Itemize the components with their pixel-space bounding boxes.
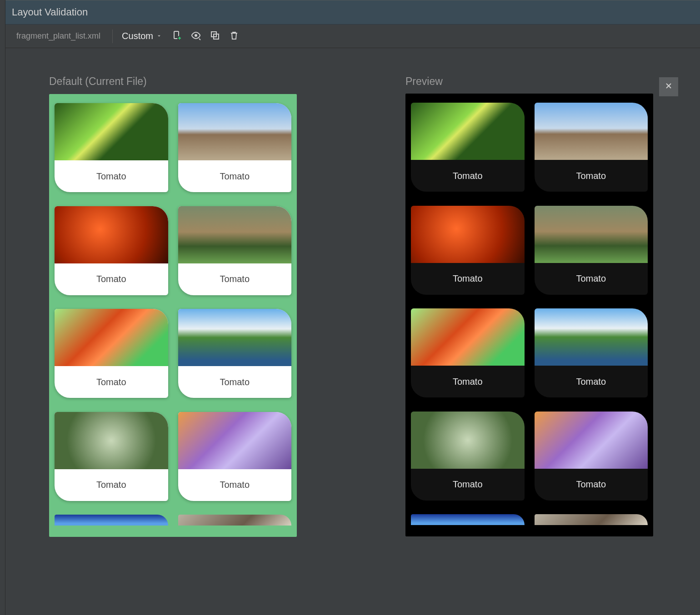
plant-image (178, 515, 292, 526)
plant-card[interactable]: Tomato (55, 103, 168, 192)
plant-label: Tomato (55, 366, 168, 398)
plant-card[interactable]: Tomato (55, 206, 168, 295)
plant-card-partial[interactable] (178, 515, 292, 526)
preview-close-button[interactable] (659, 77, 678, 96)
config-dropdown-label: Custom (122, 31, 153, 41)
left-gutter (0, 0, 5, 615)
title-bar: Layout Validation (5, 0, 700, 25)
default-device-frame[interactable]: Tomato Tomato Tomato Tomato (49, 94, 297, 537)
plant-card-partial[interactable] (535, 514, 648, 525)
plant-image (411, 206, 525, 263)
plant-card-partial[interactable] (55, 515, 168, 526)
plant-card[interactable]: Tomato (411, 412, 525, 501)
toolbar: fragment_plant_list.xml Custom (5, 25, 700, 48)
plant-image (178, 103, 292, 160)
toolbar-divider (112, 30, 113, 43)
close-icon (664, 81, 673, 92)
visibility-button[interactable] (188, 28, 204, 45)
plant-card[interactable]: Tomato (411, 206, 525, 295)
config-dropdown[interactable]: Custom (118, 29, 166, 43)
plant-label: Tomato (55, 469, 168, 501)
plant-label: Tomato (411, 366, 525, 397)
plant-card[interactable]: Tomato (535, 103, 648, 192)
preview-panel-header: Preview (405, 75, 678, 88)
plant-card[interactable]: Tomato (411, 308, 525, 397)
preview-panel: Preview Tomato Tomato (405, 75, 678, 536)
plant-label: Tomato (55, 160, 168, 192)
plant-card[interactable]: Tomato (178, 206, 292, 295)
plant-card[interactable]: Tomato (535, 206, 648, 295)
plant-card-partial[interactable] (411, 514, 525, 525)
plant-image (411, 412, 525, 469)
window-title: Layout Validation (12, 6, 88, 18)
plant-card[interactable]: Tomato (55, 309, 168, 398)
plant-image (55, 412, 168, 469)
plant-card[interactable]: Tomato (178, 412, 292, 501)
preview-device-frame[interactable]: Tomato Tomato Tomato Tomato (405, 94, 653, 536)
plant-image (178, 309, 292, 366)
plant-card[interactable]: Tomato (535, 308, 648, 397)
plant-image (178, 206, 292, 263)
add-device-button[interactable] (169, 28, 185, 45)
plant-label: Tomato (411, 469, 525, 501)
plant-label: Tomato (411, 160, 525, 192)
plant-image (535, 412, 648, 469)
plant-image (55, 103, 168, 160)
plant-label: Tomato (535, 160, 648, 192)
plant-image (535, 514, 648, 525)
file-name-label: fragment_plant_list.xml (16, 31, 100, 40)
plant-image (535, 206, 648, 263)
file-tab[interactable]: fragment_plant_list.xml (10, 28, 107, 45)
plant-image (411, 103, 525, 160)
overlap-squares-icon (210, 30, 220, 43)
plant-label: Tomato (178, 366, 292, 398)
plant-card[interactable]: Tomato (178, 103, 292, 192)
default-panel: Default (Current File) Tomato Tomato Tom… (49, 75, 297, 537)
plant-image (411, 308, 525, 366)
delete-button[interactable] (226, 28, 242, 45)
plant-image (55, 309, 168, 366)
trash-icon (229, 30, 240, 43)
workspace: Default (Current File) Tomato Tomato Tom… (5, 48, 700, 615)
plant-label: Tomato (535, 366, 648, 397)
eye-icon (190, 30, 201, 43)
default-grid: Tomato Tomato Tomato Tomato (49, 94, 297, 537)
plant-image (535, 103, 648, 160)
overlap-button[interactable] (207, 28, 223, 45)
preview-grid: Tomato Tomato Tomato Tomato (405, 94, 653, 536)
plant-label: Tomato (55, 263, 168, 295)
plant-label: Tomato (411, 263, 525, 295)
chevron-down-icon (156, 31, 162, 41)
plant-label: Tomato (178, 263, 292, 295)
plant-card[interactable]: Tomato (411, 103, 525, 192)
plant-card[interactable]: Tomato (55, 412, 168, 501)
plant-label: Tomato (535, 263, 648, 295)
plant-label: Tomato (535, 469, 648, 501)
device-add-icon (171, 30, 182, 43)
plant-card[interactable]: Tomato (178, 309, 292, 398)
plant-image (535, 308, 648, 366)
plant-label: Tomato (178, 469, 292, 501)
plant-label: Tomato (178, 160, 292, 192)
plant-image (55, 515, 168, 526)
plant-image (178, 412, 292, 469)
svg-point-2 (195, 34, 197, 37)
default-panel-header: Default (Current File) (49, 75, 297, 88)
plant-image (55, 206, 168, 263)
plant-image (411, 514, 525, 525)
plant-card[interactable]: Tomato (535, 412, 648, 501)
